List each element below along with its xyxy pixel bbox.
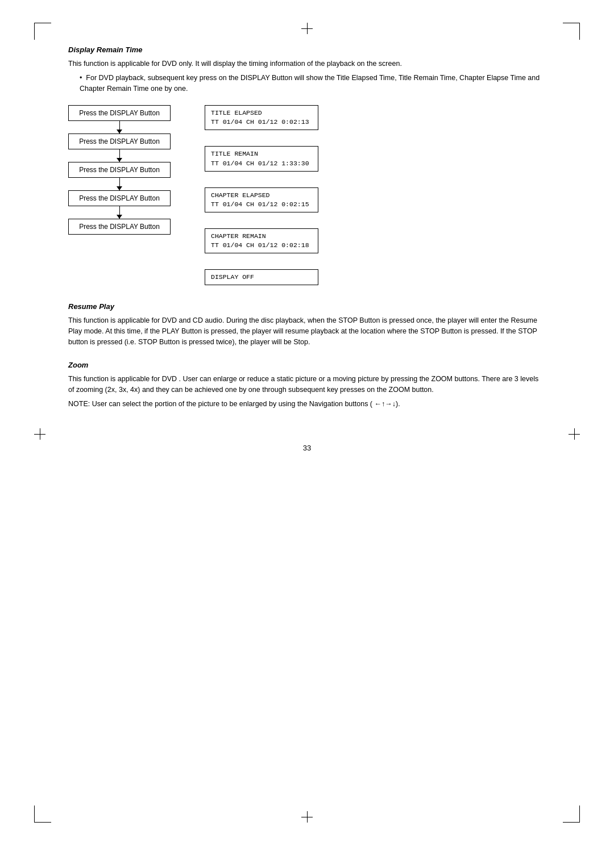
- crosshair-left: [34, 428, 45, 440]
- display-box-3: CHAPTER ELAPSED TT 01/04 CH 01/12 0:02:1…: [205, 187, 318, 212]
- zoom-section: Zoom This function is applicable for DVD…: [68, 361, 546, 409]
- display-spacer-4: [205, 257, 318, 266]
- crosshair-top: [301, 23, 313, 34]
- display-spacer-1: [205, 133, 318, 143]
- display-box-1: TITLE ELAPSED TT 01/04 CH 01/12 0:02:13: [205, 105, 318, 130]
- corner-mark-tl: [34, 23, 51, 40]
- bullet-content: For DVD playback, subsequent key press o…: [80, 74, 540, 93]
- flow-arrow-4: [119, 206, 120, 219]
- flow-box-4: Press the DISPLAY Button: [68, 190, 171, 206]
- display-box-5-line1: DISPLAY OFF: [211, 273, 312, 282]
- display-box-2-line1: TITLE REMAIN: [211, 149, 312, 158]
- display-remain-time-bullet: • For DVD playback, subsequent key press…: [80, 73, 546, 94]
- flow-arrow-2: [119, 149, 120, 162]
- flow-right-column: TITLE ELAPSED TT 01/04 CH 01/12 0:02:13 …: [205, 105, 318, 285]
- page-number: 33: [68, 444, 546, 452]
- flow-arrow-3: [119, 178, 120, 190]
- flow-left-column: Press the DISPLAY Button Press the DISPL…: [68, 105, 171, 235]
- display-remain-time-para1: This function is applicable for DVD only…: [68, 59, 546, 69]
- crosshair-bottom: [301, 811, 313, 823]
- display-remain-time-title: Display Remain Time: [68, 45, 546, 54]
- zoom-note: NOTE: User can select the portion of the…: [68, 399, 546, 410]
- resume-play-title: Resume Play: [68, 302, 546, 311]
- display-box-2-line2: TT 01/04 CH 01/12 1:33:30: [211, 159, 312, 168]
- display-spacer-2: [205, 175, 318, 184]
- zoom-paragraph: This function is applicable for DVD . Us…: [68, 374, 546, 395]
- corner-mark-bl: [34, 806, 51, 823]
- flow-box-3: Press the DISPLAY Button: [68, 162, 171, 178]
- display-box-4-line2: TT 01/04 CH 01/12 0:02:18: [211, 241, 312, 250]
- bullet-symbol: •: [80, 74, 86, 82]
- flow-box-2: Press the DISPLAY Button: [68, 133, 171, 149]
- crosshair-right: [569, 428, 580, 440]
- corner-mark-tr: [563, 23, 580, 40]
- flow-box-5: Press the DISPLAY Button: [68, 219, 171, 235]
- display-box-3-line2: TT 01/04 CH 01/12 0:02:15: [211, 200, 312, 209]
- display-remain-time-section: Display Remain Time This function is app…: [68, 45, 546, 285]
- display-box-3-line1: CHAPTER ELAPSED: [211, 191, 312, 200]
- display-box-5: DISPLAY OFF: [205, 269, 318, 285]
- display-spacer-3: [205, 216, 318, 225]
- display-box-2: TITLE REMAIN TT 01/04 CH 01/12 1:33:30: [205, 146, 318, 171]
- page: Display Remain Time This function is app…: [0, 0, 614, 868]
- corner-mark-br: [563, 806, 580, 823]
- resume-play-section: Resume Play This function is applicable …: [68, 302, 546, 347]
- flow-arrow-1: [119, 121, 120, 133]
- resume-play-paragraph: This function is applicable for DVD and …: [68, 315, 546, 347]
- display-box-1-line1: TITLE ELAPSED: [211, 108, 312, 118]
- flow-box-1: Press the DISPLAY Button: [68, 105, 171, 121]
- display-box-4: CHAPTER REMAIN TT 01/04 CH 01/12 0:02:18: [205, 228, 318, 253]
- display-box-1-line2: TT 01/04 CH 01/12 0:02:13: [211, 118, 312, 127]
- flow-diagram: Press the DISPLAY Button Press the DISPL…: [68, 105, 546, 285]
- zoom-title: Zoom: [68, 361, 546, 369]
- display-box-4-line1: CHAPTER REMAIN: [211, 232, 312, 241]
